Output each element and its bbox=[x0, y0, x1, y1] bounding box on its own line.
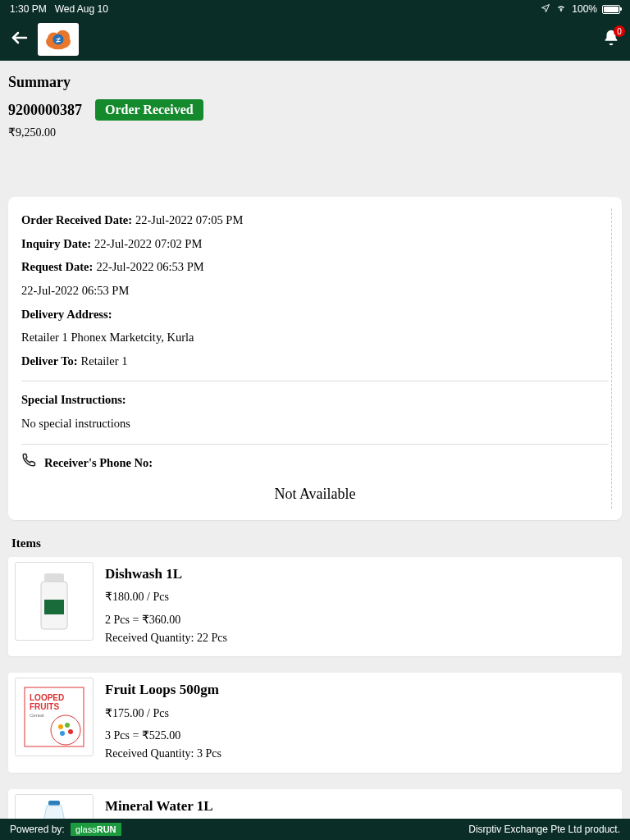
svg-point-14 bbox=[58, 724, 63, 729]
item-received: Received Quantity: 22 Pcs bbox=[105, 629, 227, 647]
status-date: Wed Aug 10 bbox=[55, 3, 108, 15]
special-label: Special Instructions: bbox=[21, 393, 126, 406]
svg-point-17 bbox=[60, 731, 65, 736]
product-image: LOOPEDFRUITSCereal bbox=[15, 678, 94, 756]
deliver-to-label: Deliver To: bbox=[21, 354, 78, 368]
battery-text: 100% bbox=[572, 3, 597, 15]
phone-label: Receiver's Phone No: bbox=[44, 453, 153, 473]
svg-rect-6 bbox=[44, 573, 64, 582]
phone-icon bbox=[21, 453, 36, 474]
svg-text:FRUITS: FRUITS bbox=[30, 702, 59, 711]
topbar: ≠ 0 bbox=[0, 18, 630, 61]
special-value: No special instructions bbox=[21, 417, 130, 430]
wifi-icon bbox=[555, 3, 567, 16]
status-badge: Order Received bbox=[95, 99, 203, 121]
order-received-value: 22-Jul-2022 07:05 PM bbox=[135, 213, 243, 226]
svg-text:≠: ≠ bbox=[56, 36, 60, 44]
request-label: Request Date: bbox=[21, 260, 93, 273]
svg-rect-8 bbox=[44, 600, 64, 614]
order-total: ₹9,250.00 bbox=[8, 126, 622, 139]
item-received: Received Quantity: 3 Pcs bbox=[105, 745, 221, 763]
battery-icon bbox=[602, 5, 620, 14]
item-qty: 2 Pcs = ₹360.00 bbox=[105, 611, 227, 629]
item-name: Fruit Loops 500gm bbox=[105, 679, 221, 701]
svg-point-16 bbox=[68, 729, 73, 734]
page-title: Summary bbox=[8, 74, 622, 91]
status-bar: 1:30 PM Wed Aug 10 100% bbox=[0, 0, 630, 18]
item-name: Mineral Water 1L bbox=[105, 796, 221, 817]
address-value: Retailer 1 Phonex Marketcity, Kurla bbox=[21, 331, 194, 344]
app-logo: ≠ bbox=[38, 23, 79, 56]
order-number: 9200000387 bbox=[8, 102, 82, 119]
divider bbox=[21, 381, 609, 381]
product-image bbox=[15, 562, 94, 641]
svg-point-15 bbox=[65, 723, 70, 728]
location-icon bbox=[541, 3, 550, 16]
back-button[interactable] bbox=[10, 28, 30, 51]
items-heading: Items bbox=[11, 536, 622, 550]
phone-value: Not Available bbox=[21, 473, 609, 507]
notification-badge: 0 bbox=[614, 25, 625, 37]
footer-brand: glassRUN bbox=[71, 823, 121, 836]
footer-right: Disrptiv Exchange Pte Ltd product. bbox=[468, 824, 620, 835]
details-card: Order Received Date:22-Jul-2022 07:05 PM… bbox=[8, 197, 622, 520]
item-name: Dishwash 1L bbox=[105, 564, 227, 585]
item-price: ₹175.00 / Pcs bbox=[105, 705, 221, 723]
list-item[interactable]: LOOPEDFRUITSCereal Fruit Loops 500gm ₹17… bbox=[8, 673, 622, 772]
svg-point-13 bbox=[51, 715, 80, 745]
footer: Powered by: glassRUN Disrptiv Exchange P… bbox=[0, 819, 630, 840]
svg-text:LOOPED: LOOPED bbox=[30, 693, 64, 702]
request-value: 22-Jul-2022 06:53 PM bbox=[96, 260, 203, 273]
status-time: 1:30 PM bbox=[10, 3, 47, 15]
divider bbox=[21, 444, 609, 445]
inquiry-value: 22-Jul-2022 07:02 PM bbox=[94, 237, 202, 250]
svg-text:Cereal: Cereal bbox=[30, 713, 44, 718]
inquiry-label: Inquiry Date: bbox=[21, 237, 91, 250]
item-price: ₹180.00 / Pcs bbox=[105, 588, 227, 606]
footer-powered: Powered by: bbox=[10, 824, 65, 835]
extra-date: 22-Jul-2022 06:53 PM bbox=[21, 284, 129, 297]
list-item[interactable]: Dishwash 1L ₹180.00 / Pcs 2 Pcs = ₹360.0… bbox=[8, 557, 622, 656]
svg-rect-18 bbox=[48, 801, 60, 806]
deliver-to-value: Retailer 1 bbox=[81, 354, 128, 368]
notification-button[interactable]: 0 bbox=[602, 29, 620, 50]
order-received-label: Order Received Date: bbox=[21, 213, 132, 226]
address-label: Delivery Address: bbox=[21, 308, 112, 321]
item-qty: 3 Pcs = ₹525.00 bbox=[105, 727, 221, 745]
